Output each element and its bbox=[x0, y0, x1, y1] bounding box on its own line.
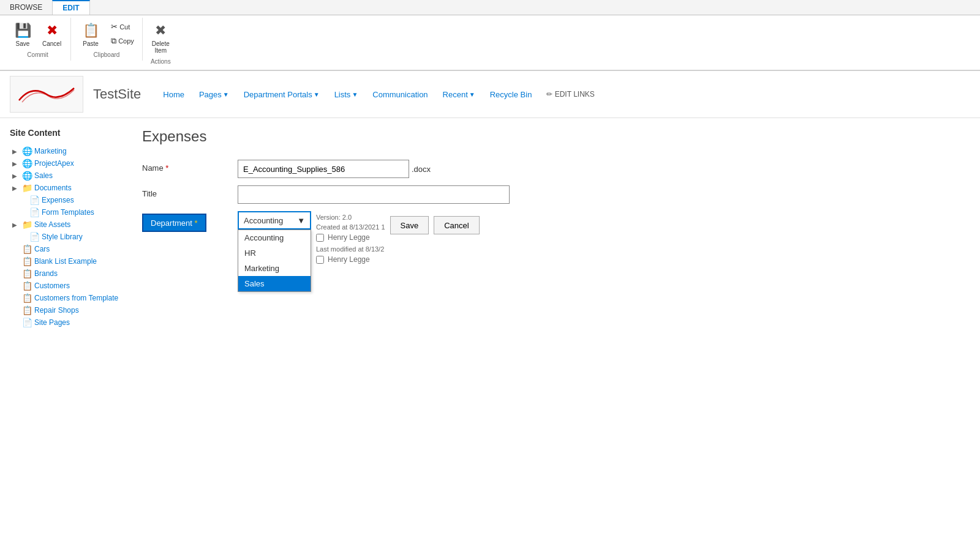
sidebar-item-brands[interactable]: 📋 Brands bbox=[10, 267, 123, 280]
dropdown-option-marketing[interactable]: Marketing bbox=[238, 261, 311, 276]
sidebar-label-style-library: Style Library bbox=[42, 233, 83, 241]
dept-row: Accounting ▼ Accounting HR Marketing Sal… bbox=[238, 211, 510, 265]
ribbon-content: 💾 Save ✖ Cancel Commit 📋 Paste ✂ bbox=[0, 15, 980, 70]
sidebar-label-customers-template: Customers from Template bbox=[34, 294, 118, 302]
ribbon-group-commit: 💾 Save ✖ Cancel Commit bbox=[5, 18, 71, 61]
name-suffix: .docx bbox=[412, 165, 431, 174]
sidebar-label-documents: Documents bbox=[34, 184, 72, 192]
dept-button[interactable]: Department * bbox=[142, 214, 206, 232]
sidebar-item-site-assets[interactable]: ▶ 📁 Site Assets bbox=[10, 218, 123, 231]
delete-label: DeleteItem bbox=[152, 40, 170, 54]
tab-browse[interactable]: BROWSE bbox=[0, 0, 52, 15]
title-input[interactable] bbox=[238, 185, 510, 204]
ribbon-group-actions: ✖ DeleteItem Actions bbox=[143, 18, 179, 67]
documents-icon: 📁 bbox=[22, 183, 32, 193]
dropdown-arrow: ▼ bbox=[297, 216, 305, 225]
sidebar-label-blank-list: Blank List Example bbox=[34, 257, 97, 266]
modified-by-row: Henry Legge bbox=[316, 255, 385, 264]
dropdown-current-value: Accounting bbox=[244, 216, 283, 225]
expenses-icon: 📄 bbox=[29, 195, 39, 205]
created-by-name: Henry Legge bbox=[328, 233, 370, 242]
paste-label: Paste bbox=[83, 40, 99, 47]
dropdown-select[interactable]: Accounting ▼ bbox=[238, 211, 311, 229]
blank-list-icon: 📋 bbox=[22, 256, 32, 266]
sidebar-item-blank-list[interactable]: 📋 Blank List Example bbox=[10, 255, 123, 267]
cancel-ribbon-button[interactable]: ✖ Cancel bbox=[38, 20, 66, 49]
repair-shops-icon: 📋 bbox=[22, 305, 32, 315]
meta-created: Created at 8/13/2021 1 Henry Legge bbox=[316, 223, 385, 243]
sidebar-item-site-pages[interactable]: 📄 Site Pages bbox=[10, 316, 123, 329]
actions-buttons: ✖ DeleteItem bbox=[148, 20, 174, 56]
nav-recycle-bin[interactable]: Recycle Bin bbox=[483, 86, 540, 103]
cancel-label: Cancel bbox=[42, 40, 61, 47]
tab-edit[interactable]: EDIT bbox=[52, 0, 89, 15]
logo-svg bbox=[13, 79, 80, 110]
created-checkbox[interactable] bbox=[316, 234, 324, 242]
nav-home[interactable]: Home bbox=[156, 86, 192, 103]
sidebar-item-cars[interactable]: 📋 Cars bbox=[10, 243, 123, 255]
sidebar-item-repair-shops[interactable]: 📋 Repair Shops bbox=[10, 304, 123, 316]
toggle-documents: ▶ bbox=[12, 185, 20, 192]
sidebar-item-customers-template[interactable]: 📋 Customers from Template bbox=[10, 292, 123, 304]
sidebar-item-style-library[interactable]: 📄 Style Library bbox=[10, 231, 123, 243]
paste-button[interactable]: 📋 Paste bbox=[76, 20, 105, 49]
edit-links-button[interactable]: ✏ EDIT LINKS bbox=[539, 86, 601, 102]
created-by-row: Henry Legge bbox=[316, 233, 385, 242]
page-title: Expenses bbox=[142, 128, 970, 145]
sidebar-item-marketing[interactable]: ▶ 🌐 Marketing bbox=[10, 145, 123, 157]
form-actions: Save Cancel bbox=[390, 216, 480, 234]
save-button[interactable]: 💾 Save bbox=[10, 20, 36, 49]
nav-communication[interactable]: Communication bbox=[365, 86, 435, 103]
sidebar-item-projectapex[interactable]: ▶ 🌐 ProjectApex bbox=[10, 157, 123, 170]
dept-meta: Version: 2.0 Created at 8/13/2021 1 Henr… bbox=[316, 211, 385, 265]
site-pages-icon: 📄 bbox=[22, 318, 32, 327]
sidebar-item-form-templates[interactable]: 📄 Form Templates bbox=[10, 206, 123, 218]
nav-recent[interactable]: Recent ▼ bbox=[435, 86, 483, 103]
modified-checkbox[interactable] bbox=[316, 256, 324, 264]
form-templates-icon: 📄 bbox=[29, 207, 39, 217]
cut-button[interactable]: ✂ Cut bbox=[108, 20, 137, 33]
name-required-star: * bbox=[165, 163, 168, 173]
dept-right-cell: Accounting ▼ Accounting HR Marketing Sal… bbox=[238, 211, 510, 265]
dropdown-option-sales[interactable]: Sales bbox=[238, 276, 311, 291]
toggle-marketing: ▶ bbox=[12, 148, 20, 155]
ribbon-group-clipboard: 📋 Paste ✂ Cut ⧉ Copy Clipboard bbox=[71, 18, 143, 61]
style-library-icon: 📄 bbox=[29, 232, 39, 242]
dropdown-menu: Accounting HR Marketing Sales bbox=[238, 229, 311, 292]
sidebar-item-expenses[interactable]: 📄 Expenses bbox=[10, 194, 123, 206]
nav-links: Home Pages ▼ Department Portals ▼ Lists … bbox=[156, 86, 602, 103]
form-save-button[interactable]: Save bbox=[390, 216, 429, 234]
main-layout: Site Content ▶ 🌐 Marketing ▶ 🌐 ProjectAp… bbox=[0, 118, 980, 338]
sidebar-item-customers[interactable]: 📋 Customers bbox=[10, 280, 123, 292]
meta-modified: Last modified at 8/13/2 Henry Legge bbox=[316, 245, 385, 265]
nav-lists[interactable]: Lists ▼ bbox=[327, 86, 366, 103]
sidebar-item-documents[interactable]: ▶ 📁 Documents bbox=[10, 182, 123, 194]
dropdown-option-accounting[interactable]: Accounting bbox=[238, 230, 311, 245]
copy-icon: ⧉ bbox=[111, 36, 116, 46]
copy-button[interactable]: ⧉ Copy bbox=[108, 34, 137, 48]
cancel-icon: ✖ bbox=[43, 22, 61, 39]
nav-dept-label: Department Portals bbox=[244, 90, 312, 99]
sidebar-item-sales[interactable]: ▶ 🌐 Sales bbox=[10, 170, 123, 182]
name-input[interactable] bbox=[238, 160, 409, 178]
nav-lists-label: Lists bbox=[334, 90, 351, 99]
cut-icon: ✂ bbox=[111, 22, 118, 31]
sidebar-label-sales: Sales bbox=[34, 171, 53, 180]
nav-pages[interactable]: Pages ▼ bbox=[192, 86, 236, 103]
dept-label-cell: Department * bbox=[142, 211, 228, 232]
sidebar-label-site-pages: Site Pages bbox=[34, 318, 70, 327]
sidebar: Site Content ▶ 🌐 Marketing ▶ 🌐 ProjectAp… bbox=[10, 128, 132, 329]
nav-dept-portals[interactable]: Department Portals ▼ bbox=[236, 86, 327, 103]
dept-required-star: * bbox=[195, 218, 198, 228]
cut-label: Cut bbox=[119, 23, 130, 31]
sidebar-label-expenses: Expenses bbox=[42, 196, 74, 204]
delete-item-button[interactable]: ✖ DeleteItem bbox=[148, 20, 174, 56]
marketing-icon: 🌐 bbox=[22, 146, 32, 156]
sales-icon: 🌐 bbox=[22, 171, 32, 181]
main-content: Expenses Name * .docx Title Department * bbox=[132, 128, 970, 329]
form-cancel-button[interactable]: Cancel bbox=[434, 216, 479, 234]
sidebar-label-brands: Brands bbox=[34, 269, 58, 278]
dropdown-option-hr[interactable]: HR bbox=[238, 245, 311, 261]
name-label: Name * bbox=[142, 160, 228, 173]
ribbon-tab-bar: BROWSE EDIT bbox=[0, 0, 980, 15]
